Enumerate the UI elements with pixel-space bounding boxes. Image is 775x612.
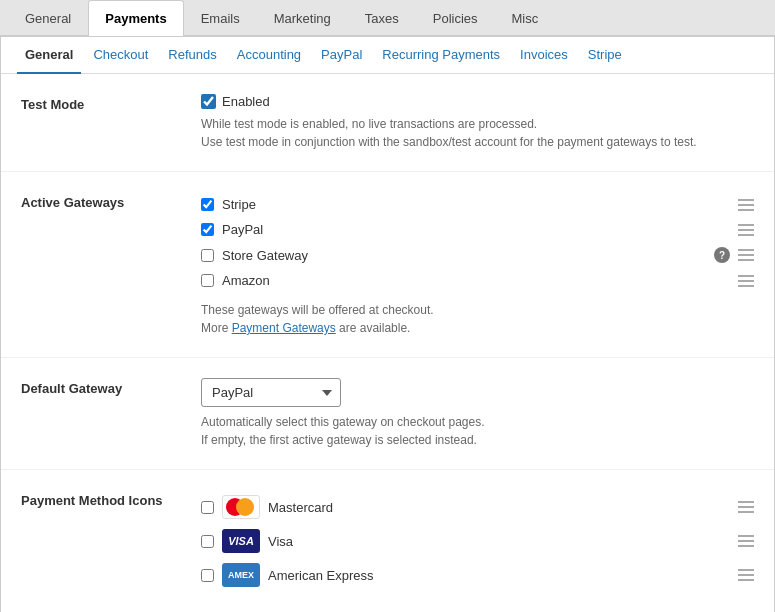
top-tab-bar: General Payments Emails Marketing Taxes … xyxy=(0,0,775,36)
subtab-checkout[interactable]: Checkout xyxy=(85,37,156,74)
main-content: General Checkout Refunds Accounting PayP… xyxy=(0,36,775,612)
gateway-stripe-drag[interactable] xyxy=(738,199,754,211)
amex-checkbox[interactable] xyxy=(201,569,214,582)
mastercard-icon xyxy=(222,495,260,519)
test-mode-label: Test Mode xyxy=(21,94,201,112)
gateway-amazon-drag[interactable] xyxy=(738,275,754,287)
test-mode-checkbox-line: Enabled xyxy=(201,94,754,109)
gateway-amazon: Amazon xyxy=(201,268,754,293)
gateway-stripe-checkbox[interactable] xyxy=(201,198,214,211)
amex-icon: AMEX xyxy=(222,563,260,587)
subtab-refunds[interactable]: Refunds xyxy=(160,37,224,74)
tab-policies[interactable]: Policies xyxy=(416,0,495,36)
payment-icon-mastercard-row: Mastercard xyxy=(201,490,754,524)
mastercard-circles xyxy=(226,498,256,516)
gateway-paypal-checkbox[interactable] xyxy=(201,223,214,236)
payment-method-icons-row: Payment Method Icons Mastercard xyxy=(1,470,774,612)
active-gateways-control: Stripe PayPal Store Gateway xyxy=(201,192,754,337)
active-gateways-label: Active Gateways xyxy=(21,192,201,210)
visa-drag[interactable] xyxy=(738,535,754,547)
visa-icon: VISA xyxy=(222,529,260,553)
tab-taxes[interactable]: Taxes xyxy=(348,0,416,36)
tab-misc[interactable]: Misc xyxy=(495,0,556,36)
subtab-general[interactable]: General xyxy=(17,37,81,74)
test-mode-checkbox-label: Enabled xyxy=(222,94,270,109)
tab-payments[interactable]: Payments xyxy=(88,0,183,36)
subtab-recurring-payments[interactable]: Recurring Payments xyxy=(374,37,508,74)
mastercard-checkbox[interactable] xyxy=(201,501,214,514)
settings-body: Test Mode Enabled While test mode is ena… xyxy=(1,74,774,612)
gateway-store-drag[interactable] xyxy=(738,249,754,261)
gateway-stripe-name: Stripe xyxy=(222,197,730,212)
payment-method-icons-label: Payment Method Icons xyxy=(21,490,201,508)
tab-emails[interactable]: Emails xyxy=(184,0,257,36)
sub-tab-bar: General Checkout Refunds Accounting PayP… xyxy=(1,37,774,74)
store-gateway-help-icon[interactable]: ? xyxy=(714,247,730,263)
payment-icon-visa-row: VISA Visa xyxy=(201,524,754,558)
amex-drag[interactable] xyxy=(738,569,754,581)
gateway-paypal: PayPal xyxy=(201,217,754,242)
gateway-amazon-name: Amazon xyxy=(222,273,730,288)
gateway-stripe: Stripe xyxy=(201,192,754,217)
tab-marketing[interactable]: Marketing xyxy=(257,0,348,36)
payment-method-icons-control: Mastercard VISA Visa A xyxy=(201,490,754,592)
gateway-paypal-drag[interactable] xyxy=(738,224,754,236)
gateway-store-checkbox[interactable] xyxy=(201,249,214,262)
visa-label: Visa xyxy=(268,534,730,549)
subtab-accounting[interactable]: Accounting xyxy=(229,37,309,74)
test-mode-checkbox[interactable] xyxy=(201,94,216,109)
payment-icon-amex-row: AMEX American Express xyxy=(201,558,754,592)
subtab-invoices[interactable]: Invoices xyxy=(512,37,576,74)
payment-gateways-link[interactable]: Payment Gateways xyxy=(232,321,336,335)
test-mode-description: While test mode is enabled, no live tran… xyxy=(201,115,754,151)
default-gateway-label: Default Gateway xyxy=(21,378,201,396)
mastercard-drag[interactable] xyxy=(738,501,754,513)
visa-checkbox[interactable] xyxy=(201,535,214,548)
gateway-store: Store Gateway ? xyxy=(201,242,754,268)
default-gateway-row: Default Gateway PayPal Stripe Store Gate… xyxy=(1,358,774,470)
active-gateways-row: Active Gateways Stripe PayPal xyxy=(1,172,774,358)
amex-label: American Express xyxy=(268,568,730,583)
gateway-note: These gateways will be offered at checko… xyxy=(201,301,754,337)
test-mode-row: Test Mode Enabled While test mode is ena… xyxy=(1,74,774,172)
default-gateway-description: Automatically select this gateway on che… xyxy=(201,413,754,449)
subtab-paypal[interactable]: PayPal xyxy=(313,37,370,74)
mc-circle-right xyxy=(236,498,254,516)
gateway-paypal-name: PayPal xyxy=(222,222,730,237)
gateway-amazon-checkbox[interactable] xyxy=(201,274,214,287)
subtab-stripe[interactable]: Stripe xyxy=(580,37,630,74)
default-gateway-select[interactable]: PayPal Stripe Store Gateway Amazon xyxy=(201,378,341,407)
default-gateway-control: PayPal Stripe Store Gateway Amazon Autom… xyxy=(201,378,754,449)
gateway-store-name: Store Gateway xyxy=(222,248,706,263)
mastercard-label: Mastercard xyxy=(268,500,730,515)
test-mode-control: Enabled While test mode is enabled, no l… xyxy=(201,94,754,151)
tab-general[interactable]: General xyxy=(8,0,88,36)
